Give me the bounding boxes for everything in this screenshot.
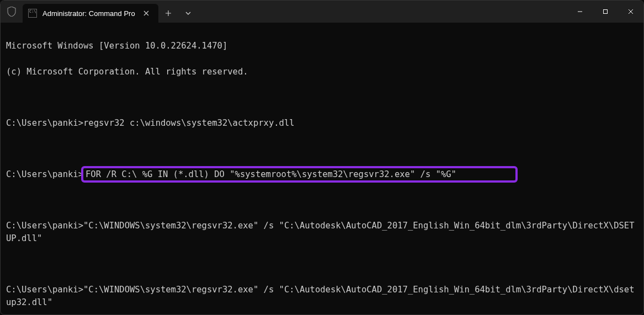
tab-active[interactable]: C:\ Administrator: Command Pro xyxy=(23,4,158,23)
blank-line xyxy=(6,194,638,206)
titlebar: C:\ Administrator: Command Pro xyxy=(1,1,643,23)
blank-line xyxy=(6,91,638,104)
output-line: C:\Users\panki>"C:\WINDOWS\system32\regs… xyxy=(6,220,638,245)
terminal-output[interactable]: Microsoft Windows [Version 10.0.22624.14… xyxy=(1,23,643,315)
tab-title: Administrator: Command Pro xyxy=(42,9,135,18)
close-icon xyxy=(143,10,149,16)
plus-icon xyxy=(165,10,172,17)
highlight-annotation: FOR /R C:\ %G IN (*.dll) DO "%systemroot… xyxy=(81,166,518,183)
close-icon xyxy=(628,9,634,14)
prompt: C:\Users\panki> xyxy=(6,118,83,128)
tab-dropdown-button[interactable] xyxy=(178,4,198,23)
prompt: C:\Users\panki> xyxy=(6,285,83,295)
app-shield-icon xyxy=(1,1,23,23)
window-controls xyxy=(567,1,643,23)
prompt: C:\Users\panki> xyxy=(6,221,83,231)
minimize-button[interactable] xyxy=(567,1,593,23)
minimize-icon xyxy=(577,9,583,14)
maximize-icon xyxy=(603,9,608,14)
highlighted-command-line: C:\Users\panki>FOR /R C:\ %G IN (*.dll) … xyxy=(6,168,638,181)
svg-rect-0 xyxy=(604,10,608,14)
command-text: FOR /R C:\ %G IN (*.dll) DO "%systemroot… xyxy=(86,169,456,179)
new-tab-button[interactable] xyxy=(158,4,178,23)
command-line: C:\Users\panki>regsvr32 c:\windows\syste… xyxy=(6,117,638,130)
output-text: "C:\WINDOWS\system32\regsvr32.exe" /s "C… xyxy=(6,285,635,307)
command-text: regsvr32 c:\windows\system32\actxprxy.dl… xyxy=(83,118,295,128)
blank-line xyxy=(6,258,638,271)
output-text: "C:\WINDOWS\system32\regsvr32.exe" /s "C… xyxy=(6,221,635,243)
titlebar-drag-area[interactable] xyxy=(198,1,567,23)
blank-line xyxy=(6,142,638,155)
cmd-icon: C:\ xyxy=(28,9,37,18)
tab-close-button[interactable] xyxy=(141,8,152,19)
close-button[interactable] xyxy=(618,1,643,23)
banner-line: Microsoft Windows [Version 10.0.22624.14… xyxy=(6,40,638,52)
output-line: C:\Users\panki>"C:\WINDOWS\system32\regs… xyxy=(6,284,638,309)
banner-line: (c) Microsoft Corporation. All rights re… xyxy=(6,66,638,78)
shield-icon xyxy=(7,7,16,17)
chevron-down-icon xyxy=(185,12,191,15)
prompt: C:\Users\panki> xyxy=(6,169,83,179)
maximize-button[interactable] xyxy=(593,1,618,23)
